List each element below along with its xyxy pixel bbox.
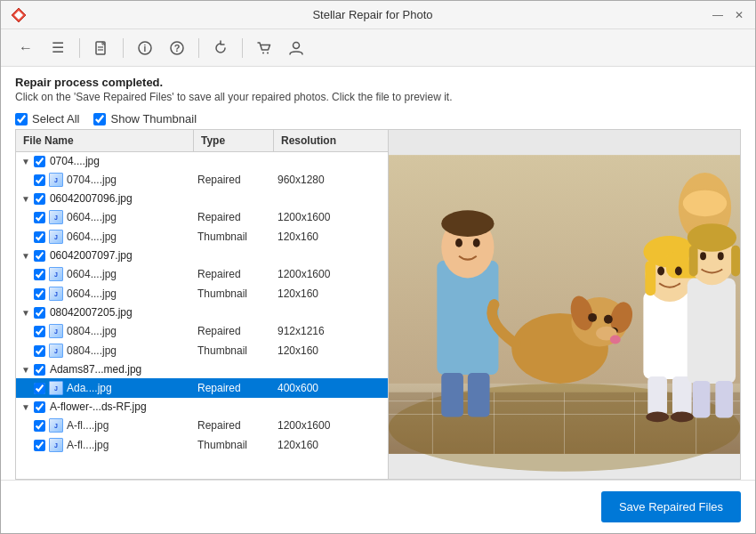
- svg-rect-50: [672, 376, 692, 416]
- file-row-type: Repaired: [194, 208, 274, 226]
- file-checkbox[interactable]: [34, 440, 45, 451]
- file-checkbox[interactable]: [34, 420, 45, 432]
- file-row[interactable]: J Ada....jpg Repaired 400x600: [16, 378, 388, 398]
- file-checkbox[interactable]: [34, 288, 45, 300]
- file-row-resolution: 400x600: [274, 379, 388, 397]
- close-button[interactable]: ✕: [732, 8, 746, 22]
- main-content: File Name Type Resolution ▼ 0704....jpg …: [1, 129, 755, 480]
- file-icon: J: [49, 287, 63, 301]
- file-name-text: 0604....jpg: [67, 231, 117, 243]
- select-all-label[interactable]: Select All: [15, 112, 79, 125]
- file-row-name: J 0704....jpg: [16, 170, 194, 190]
- file-row-name: J 0804....jpg: [16, 341, 194, 360]
- file-row-type: Repaired: [194, 379, 274, 397]
- group-name: 0704....jpg: [50, 155, 100, 167]
- group-name: 06042007097.jpg: [50, 249, 133, 262]
- cart-button[interactable]: [250, 34, 278, 62]
- file-list-body[interactable]: ▼ 0704....jpg J 0704....jpg Repaired 960…: [16, 152, 388, 479]
- file-icon: J: [49, 381, 63, 395]
- title-bar: Stellar Repair for Photo — ✕: [1, 1, 755, 29]
- file-checkbox[interactable]: [34, 231, 45, 243]
- profile-button[interactable]: [282, 34, 310, 62]
- back-button[interactable]: ←: [12, 34, 40, 62]
- help-button[interactable]: ?: [163, 34, 191, 62]
- group-row[interactable]: ▼ 08042007205.jpg: [16, 303, 388, 321]
- file-checkbox[interactable]: [34, 383, 45, 394]
- svg-rect-32: [468, 373, 490, 417]
- svg-point-47: [657, 267, 664, 276]
- file-row-resolution: 1200x1600: [274, 208, 388, 226]
- file-checkbox[interactable]: [34, 345, 45, 357]
- svg-rect-57: [731, 246, 740, 277]
- separator-3: [198, 38, 199, 58]
- svg-text:?: ?: [174, 43, 181, 53]
- menu-button[interactable]: ☰: [44, 34, 72, 62]
- file-row[interactable]: J 0804....jpg Repaired 912x1216: [16, 321, 388, 341]
- file-row[interactable]: J 0704....jpg Repaired 960x1280: [16, 170, 388, 190]
- show-thumbnail-checkbox[interactable]: [93, 113, 106, 125]
- group-checkbox[interactable]: [34, 156, 45, 167]
- file-name-text: 0804....jpg: [67, 344, 117, 357]
- file-checkbox[interactable]: [34, 326, 45, 337]
- group-checkbox[interactable]: [34, 250, 45, 262]
- file-row[interactable]: J 0604....jpg Repaired 1200x1600: [16, 264, 388, 284]
- file-icon: J: [49, 438, 63, 452]
- file-row-name: J 0804....jpg: [16, 321, 194, 341]
- svg-point-9: [262, 52, 264, 53]
- file-row[interactable]: J 0604....jpg Repaired 1200x1600: [16, 207, 388, 227]
- file-row[interactable]: J 0804....jpg Thumbnail 120x160: [16, 341, 388, 360]
- minimize-button[interactable]: —: [711, 8, 725, 22]
- file-checkbox[interactable]: [34, 212, 45, 223]
- separator-4: [242, 38, 243, 58]
- file-row-resolution: 1200x1600: [274, 265, 388, 283]
- group-checkbox[interactable]: [34, 193, 45, 205]
- file-name-text: 0604....jpg: [67, 287, 117, 300]
- svg-point-29: [455, 239, 462, 247]
- group-checkbox[interactable]: [34, 307, 45, 319]
- file-icon: J: [49, 210, 63, 224]
- file-icon: J: [49, 344, 63, 358]
- group-row[interactable]: ▼ Adams87...med.jpg: [16, 360, 388, 378]
- file-checkbox[interactable]: [34, 174, 45, 186]
- svg-point-11: [294, 42, 300, 48]
- file-name-text: A-fl....jpg: [67, 439, 109, 451]
- window-title: Stellar Repair for Photo: [35, 8, 711, 21]
- separator-1: [79, 38, 80, 58]
- show-thumbnail-label[interactable]: Show Thumbnail: [93, 112, 197, 125]
- svg-rect-31: [441, 373, 463, 417]
- file-row-resolution: 120x160: [274, 436, 388, 454]
- svg-point-58: [700, 252, 706, 260]
- header-resolution: Resolution: [274, 130, 374, 151]
- refresh-button[interactable]: [206, 34, 235, 62]
- file-icon: J: [49, 230, 63, 244]
- file-row-name: J A-fl....jpg: [16, 435, 194, 455]
- chevron-icon: ▼: [21, 365, 30, 375]
- file-row[interactable]: J 0604....jpg Thumbnail 120x160: [16, 227, 388, 247]
- group-row[interactable]: ▼ A-flower-...ds-RF.jpg: [16, 398, 388, 416]
- group-checkbox[interactable]: [34, 364, 45, 376]
- file-row[interactable]: J A-fl....jpg Repaired 1200x1600: [16, 416, 388, 435]
- save-repaired-files-button[interactable]: Save Repaired Files: [601, 491, 741, 522]
- info-button[interactable]: i: [131, 34, 159, 62]
- select-all-text: Select All: [32, 112, 79, 125]
- svg-point-30: [473, 239, 480, 247]
- file-button[interactable]: [87, 34, 116, 62]
- group-checkbox[interactable]: [34, 401, 45, 413]
- svg-rect-56: [689, 246, 698, 277]
- file-row[interactable]: J A-fl....jpg Thumbnail 120x160: [16, 435, 388, 455]
- chevron-icon: ▼: [21, 157, 30, 166]
- file-row-type: Repaired: [194, 322, 274, 340]
- group-row[interactable]: ▼ 0704....jpg: [16, 152, 388, 170]
- select-all-checkbox[interactable]: [15, 113, 28, 125]
- file-checkbox[interactable]: [34, 269, 45, 280]
- group-name: 08042007205.jpg: [50, 306, 133, 319]
- group-row[interactable]: ▼ 06042007096.jpg: [16, 190, 388, 207]
- svg-rect-45: [645, 261, 655, 296]
- file-row-type: Thumbnail: [194, 285, 274, 303]
- svg-point-10: [267, 52, 269, 53]
- controls-row: Select All Show Thumbnail: [1, 109, 755, 129]
- file-row[interactable]: J 0604....jpg Thumbnail 120x160: [16, 284, 388, 303]
- file-row-name: J A-fl....jpg: [16, 416, 194, 435]
- group-row[interactable]: ▼ 06042007097.jpg: [16, 247, 388, 264]
- header-filename: File Name: [16, 130, 194, 151]
